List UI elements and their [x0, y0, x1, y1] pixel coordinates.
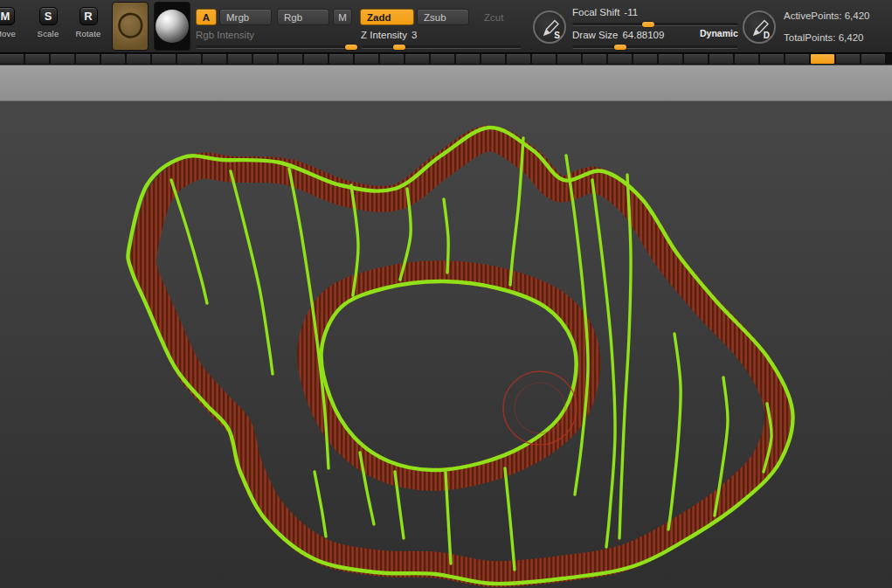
tray-segment[interactable] — [608, 54, 632, 64]
tray-segment[interactable] — [177, 54, 201, 64]
tray-segment[interactable] — [861, 54, 885, 64]
tray-segment[interactable] — [785, 54, 809, 64]
tray-segment[interactable] — [456, 54, 480, 64]
active-points-stat: ActivePoints: 6,420 — [784, 10, 869, 21]
tray-segment[interactable] — [633, 54, 657, 64]
brush-icon — [114, 9, 146, 44]
viewport — [0, 101, 892, 588]
rotate-icon: R — [80, 7, 98, 25]
tray-segment[interactable] — [431, 54, 454, 64]
move-icon: M — [0, 7, 15, 25]
draw-size-value: 64.88109 — [622, 30, 664, 40]
focal-shift-label: Focal Shift — [572, 7, 619, 17]
rgb-intensity-label: Rgb Intensity — [196, 30, 254, 40]
mrgb-button[interactable]: Mrgb — [219, 9, 272, 25]
tray-segment[interactable] — [836, 54, 860, 64]
tray-segment[interactable] — [507, 54, 530, 64]
tray-segment[interactable] — [405, 54, 429, 64]
focal-shift-value: -11 — [624, 7, 638, 17]
a-toggle-button[interactable]: A — [196, 9, 217, 25]
green-stroke-line — [668, 334, 681, 529]
tray-segment[interactable] — [304, 54, 328, 64]
zadd-button[interactable]: Zadd — [360, 9, 414, 25]
green-stroke-line — [231, 171, 273, 374]
z-intensity-handle[interactable] — [393, 45, 405, 50]
canvas-top-bar — [0, 65, 892, 101]
matcap-sphere-icon — [156, 10, 189, 43]
tray-segment[interactable] — [76, 54, 100, 64]
focal-shift-slider[interactable]: Focal Shift-11 — [572, 7, 738, 26]
tray-segment[interactable] — [481, 54, 505, 64]
zsub-button[interactable]: Zsub — [417, 9, 469, 25]
rotate-tool-button[interactable]: R Rotate — [72, 7, 105, 38]
tray-segment[interactable] — [684, 54, 708, 64]
z-intensity-value: 3 — [411, 30, 417, 40]
brush-selector-thumbnail[interactable] — [112, 2, 149, 51]
green-stroke-line — [505, 468, 515, 570]
tray-segment[interactable] — [51, 54, 74, 64]
tray-segment[interactable] — [355, 54, 378, 64]
stroke-s-button[interactable]: S — [533, 10, 566, 44]
zcut-button[interactable]: Zcut — [477, 9, 510, 25]
stroke-d-button[interactable]: D — [743, 10, 776, 44]
point-stats: ActivePoints: 6,420 TotalPoints: 6,420 — [784, 10, 869, 52]
draw-mode-buttons: A Mrgb Rgb M Zadd Zsub Zcut — [196, 9, 510, 25]
tray-segment[interactable] — [0, 54, 24, 64]
dynamic-mode-label[interactable]: Dynamic — [700, 28, 738, 38]
document-canvas[interactable] — [0, 101, 892, 588]
tray-segment[interactable] — [532, 54, 556, 64]
z-intensity-slider[interactable]: Z Intensity3 — [361, 30, 522, 49]
tray-segment[interactable] — [253, 54, 277, 64]
green-stroke-line — [619, 175, 631, 538]
tray-segment[interactable] — [659, 54, 682, 64]
top-shelf: M Move S Scale R Rotate A Mrgb Rgb M Zad… — [0, 0, 892, 52]
tray-segment[interactable] — [709, 54, 733, 64]
tray-segment[interactable] — [101, 54, 125, 64]
tray-segment[interactable] — [329, 54, 353, 64]
green-stroke-line — [315, 472, 326, 536]
tray-segment[interactable] — [557, 54, 581, 64]
tray-segment[interactable] — [152, 54, 176, 64]
tray-segment[interactable] — [127, 54, 150, 64]
draw-size-handle[interactable] — [614, 45, 626, 50]
tray-segment[interactable] — [735, 54, 758, 64]
scale-tool-button[interactable]: S Scale — [31, 7, 65, 38]
material-selector-thumbnail[interactable] — [154, 2, 190, 51]
z-intensity-label: Z Intensity — [361, 30, 407, 40]
rgb-intensity-handle[interactable] — [345, 45, 357, 50]
tray-segment-active[interactable] — [811, 54, 834, 64]
tray-segment[interactable] — [25, 54, 49, 64]
tray-segment[interactable] — [760, 54, 784, 64]
green-stroke-line — [171, 180, 207, 303]
tray-segment[interactable] — [380, 54, 404, 64]
rgb-button[interactable]: Rgb — [277, 9, 329, 25]
draw-size-label: Draw Size — [572, 30, 618, 40]
move-tool-button[interactable]: M Move — [0, 7, 22, 38]
tray-segment[interactable] — [228, 54, 252, 64]
scale-icon: S — [39, 7, 58, 25]
focal-shift-handle[interactable] — [642, 22, 654, 27]
total-points-stat: TotalPoints: 6,420 — [784, 32, 869, 43]
m-button[interactable]: M — [333, 9, 352, 25]
tray-segment[interactable] — [583, 54, 606, 64]
sculpt-mesh-hole-wall — [308, 272, 589, 480]
tray-segment[interactable] — [279, 54, 302, 64]
tray-segment[interactable] — [203, 54, 226, 64]
brush-cursor-inner-ring — [515, 383, 565, 433]
tray-strip — [0, 52, 892, 65]
rgb-intensity-slider[interactable]: Rgb Intensity — [196, 30, 356, 49]
